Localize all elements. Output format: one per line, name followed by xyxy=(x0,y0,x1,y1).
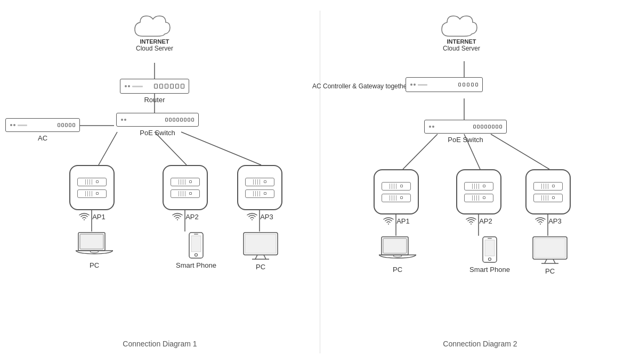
ap3-label-2: AP3 xyxy=(548,217,562,225)
monitor-icon-1 xyxy=(242,231,279,261)
wifi-icon-ap2-2 xyxy=(465,217,477,225)
pc1-node-2: PC xyxy=(379,236,416,274)
diagram2-caption: Connection Diagram 2 xyxy=(443,340,517,348)
ac-node-1: AC xyxy=(5,118,80,142)
diagram-2: INTERNET Cloud Server AC Controller & Ga… xyxy=(320,0,640,364)
ap1-label-2: AP1 xyxy=(396,217,410,225)
ap3-label-1: AP3 xyxy=(260,213,273,221)
svg-rect-15 xyxy=(194,234,198,235)
cloud-server-2: INTERNET Cloud Server xyxy=(438,11,485,52)
svg-rect-32 xyxy=(488,238,492,239)
poe-switch-label-1: PoE Switch xyxy=(140,129,175,137)
svg-point-31 xyxy=(488,258,491,261)
wifi-icon-ap3-1 xyxy=(246,212,258,221)
laptop-icon-1 xyxy=(76,231,113,259)
phone-label-2: Smart Phone xyxy=(469,266,510,274)
cloud-server-1: INTERNET Cloud Server xyxy=(131,11,179,52)
svg-rect-13 xyxy=(191,236,201,252)
wifi-icon-ap2-1 xyxy=(172,212,183,221)
pc2-label-2: PC xyxy=(545,267,555,275)
svg-rect-10 xyxy=(80,234,103,249)
ap1-device-1 xyxy=(69,165,115,210)
pc2-label-1: PC xyxy=(256,263,265,271)
ap3-device-2 xyxy=(525,169,571,214)
svg-line-4 xyxy=(155,132,187,165)
phone-label-1: Smart Phone xyxy=(176,261,216,269)
wifi-icon-ap1-1 xyxy=(78,212,90,221)
ap1-node-2: AP1 xyxy=(374,169,419,225)
ap2-node-2: AP2 xyxy=(456,169,501,225)
wifi-icon-ap1-2 xyxy=(383,217,394,225)
svg-point-14 xyxy=(195,254,197,257)
main-container: INTERNET Cloud Server Router xyxy=(0,0,640,364)
svg-rect-27 xyxy=(383,238,407,253)
pc1-node-1: PC xyxy=(76,231,113,269)
ac-device-1 xyxy=(5,118,80,132)
ap3-node-2: AP3 xyxy=(525,169,571,225)
ap2-node-1: AP2 xyxy=(163,165,208,221)
phone-icon-1 xyxy=(188,231,204,259)
poe-switch-node-1: PoE Switch xyxy=(116,113,199,137)
pc2-node-1: PC xyxy=(242,231,279,271)
ac-gateway-device-2 xyxy=(406,77,483,92)
poe-switch-device-1 xyxy=(116,113,199,127)
cloud-text-1: INTERNET Cloud Server xyxy=(136,38,173,52)
phone-node-2: Smart Phone xyxy=(469,236,510,274)
pc1-label-1: PC xyxy=(90,261,99,269)
phone-icon-2 xyxy=(482,236,498,263)
pc2-node-2: PC xyxy=(532,236,568,275)
pc1-label-2: PC xyxy=(393,266,402,274)
poe-switch-label-2: PoE Switch xyxy=(448,136,483,144)
cloud-icon-2 xyxy=(438,11,485,43)
ap2-device-1 xyxy=(163,165,208,210)
poe-switch-device-2 xyxy=(424,120,507,134)
svg-rect-17 xyxy=(245,234,276,253)
wifi-icon-ap3-2 xyxy=(534,217,546,225)
svg-rect-30 xyxy=(485,240,495,256)
ac-gateway-text-2: AC Controller & Gateway together xyxy=(312,82,409,90)
svg-line-5 xyxy=(181,132,261,165)
monitor-icon-2 xyxy=(532,236,568,265)
cloud-text-2: INTERNET Cloud Server xyxy=(443,38,480,52)
ap3-device-1 xyxy=(237,165,282,210)
ap1-label-1: AP1 xyxy=(92,213,106,221)
ap1-node-1: AP1 xyxy=(69,165,115,221)
ap1-device-2 xyxy=(374,169,419,214)
router-device-1 xyxy=(120,79,189,94)
ap2-label-1: AP2 xyxy=(185,213,199,221)
svg-rect-34 xyxy=(534,238,565,258)
poe-switch-node-2: PoE Switch xyxy=(424,120,507,144)
laptop-icon-2 xyxy=(379,236,416,263)
ap2-device-2 xyxy=(456,169,501,214)
diagram-1: INTERNET Cloud Server Router xyxy=(0,0,320,364)
router-node-1: Router xyxy=(120,79,189,104)
router-label-1: Router xyxy=(144,96,165,104)
cloud-icon-1 xyxy=(131,11,179,43)
ap2-label-2: AP2 xyxy=(479,217,492,225)
svg-line-3 xyxy=(99,132,117,165)
ac-gateway-node-2: AC Controller & Gateway together xyxy=(406,77,483,92)
diagram1-caption: Connection Diagram 1 xyxy=(123,340,197,348)
ac-label-1: AC xyxy=(38,134,47,142)
phone-node-1: Smart Phone xyxy=(176,231,216,269)
ap3-node-1: AP3 xyxy=(237,165,282,221)
